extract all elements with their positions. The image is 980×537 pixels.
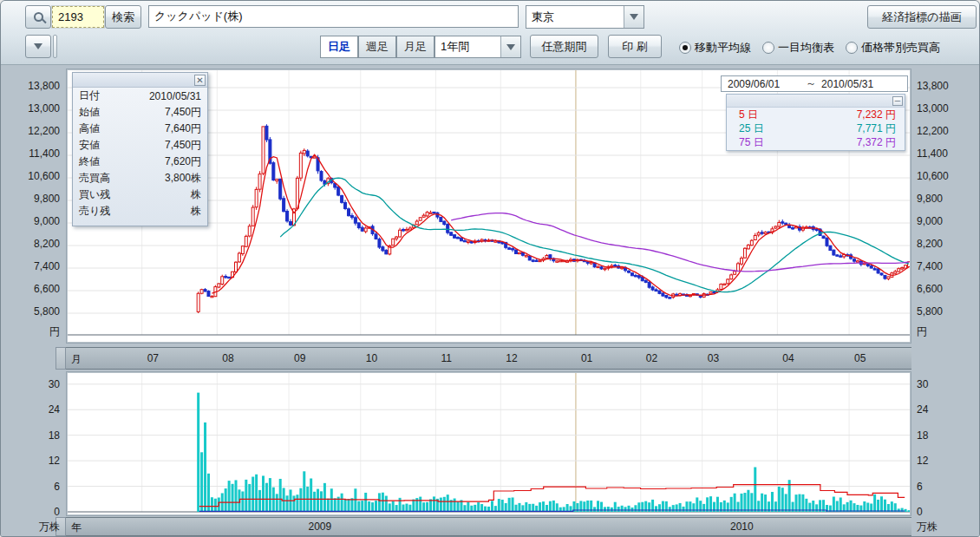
- volume-tick-label: 0: [1, 506, 60, 518]
- quote-info-row: 日付2010/05/31: [73, 88, 207, 104]
- year-tick-label: 2009: [308, 521, 331, 533]
- quote-info-label: 終値: [79, 154, 100, 169]
- radio-option-unselected[interactable]: 価格帯別売買高: [846, 40, 940, 56]
- date-range-start: 2009/06/01: [728, 78, 780, 90]
- toolbar: 検索 東京 経済指標の描画 日足 週足 月足 1年間 任意期間 印 刷 移動平均…: [1, 1, 980, 65]
- quote-info-row: 買い残株: [73, 187, 207, 203]
- price-tick-label: 12,200: [917, 125, 949, 137]
- volume-tick-label: 30: [917, 378, 928, 390]
- month-tick-label: 05: [854, 352, 866, 364]
- volume-tick-label: 0: [917, 506, 923, 518]
- quote-info-value: 7,450円: [165, 138, 201, 153]
- quote-info-label: 買い残: [79, 187, 110, 202]
- month-tick-label: 03: [708, 352, 719, 364]
- year-tick-label: 2010: [730, 521, 754, 533]
- radio-option-unselected[interactable]: 一目均衡表: [762, 40, 834, 56]
- price-tick-label: 5,800: [1, 305, 60, 318]
- volume-gridlines: [67, 372, 911, 512]
- quote-info-label: 日付: [79, 88, 100, 103]
- month-tick-label: 11: [441, 352, 451, 364]
- month-axis-title: 月: [71, 352, 82, 367]
- ma-legend-value: 7,232 円: [857, 108, 896, 122]
- stock-code-input[interactable]: [52, 6, 104, 28]
- price-tick-label: 8,200: [1, 238, 60, 250]
- quote-info-row: 安値7,450円: [73, 137, 207, 154]
- chevron-down-icon: [630, 14, 638, 20]
- period-select[interactable]: 1年間: [434, 36, 521, 58]
- volume-tick-label: 30: [1, 378, 60, 390]
- month-axis-strip: 月0708091011120102030405: [66, 347, 911, 370]
- quote-info-value: 3,800株: [165, 171, 201, 186]
- month-tick-label: 10: [366, 352, 377, 364]
- toolbar-divider: [53, 35, 57, 58]
- volume-bars: [197, 393, 910, 512]
- print-button[interactable]: 印 刷: [608, 35, 662, 58]
- radio-option-selected[interactable]: 移動平均線: [679, 40, 751, 56]
- ma-legend-rows: 5 日7,232 円25 日7,771 円75 日7,372 円: [727, 108, 905, 149]
- chart-region: 月0708091011120102030405 年20092010 13,800…: [1, 65, 980, 537]
- ma-legend-value: 7,771 円: [857, 121, 896, 136]
- market-select-dropdown-button[interactable]: [624, 6, 644, 28]
- stock-name-input[interactable]: [148, 5, 519, 28]
- candlestick-layer: [197, 124, 910, 313]
- tab-monthly[interactable]: 月足: [396, 36, 434, 58]
- quote-info-value: 株: [191, 187, 201, 202]
- volume-tick-label: 24: [917, 403, 928, 416]
- quote-info-row: 終値7,620円: [73, 154, 207, 170]
- radio-button-icon[interactable]: [762, 42, 774, 54]
- ma-legend-row: 75 日7,372 円: [727, 136, 905, 149]
- volume-chart[interactable]: [67, 372, 911, 515]
- indicator-radio-group: 移動平均線一目均衡表価格帯別売買高: [679, 36, 940, 59]
- tab-weekly[interactable]: 週足: [358, 36, 396, 58]
- price-tick-label: 8,200: [917, 238, 943, 250]
- minimize-icon[interactable]: ─: [892, 96, 903, 106]
- radio-label: 移動平均線: [695, 40, 751, 56]
- ma-legend-row: 5 日7,232 円: [727, 108, 905, 121]
- ma5-line: [212, 154, 909, 296]
- search-button[interactable]: 検索: [105, 5, 141, 29]
- panel-dropdown-button[interactable]: [25, 35, 51, 58]
- price-tick-label: 9,800: [1, 193, 60, 205]
- stock-chart-app: 検索 東京 経済指標の描画 日足 週足 月足 1年間 任意期間 印 刷 移動平均…: [0, 0, 980, 537]
- ma-legend-label: 75 日: [739, 135, 764, 150]
- price-tick-label: 9,000: [917, 215, 943, 227]
- market-select[interactable]: 東京: [526, 5, 644, 29]
- ma-legend-label: 5 日: [739, 108, 758, 122]
- volume-tick-label: 12: [1, 455, 60, 467]
- price-tick-label: 6,600: [1, 283, 60, 295]
- search-icon-button[interactable]: [25, 5, 51, 29]
- quote-info-value: 株: [191, 204, 201, 219]
- quote-info-label: 売買高: [79, 171, 110, 186]
- month-tick-label: 01: [581, 352, 592, 364]
- month-tick-label: 08: [222, 352, 233, 364]
- price-tick-label: 7,400: [917, 260, 943, 272]
- month-tick-label: 02: [646, 352, 657, 364]
- month-tick-label: 07: [147, 352, 159, 364]
- volume-chart-plot[interactable]: [66, 371, 911, 516]
- period-select-dropdown-button[interactable]: [500, 36, 520, 57]
- radio-button-icon[interactable]: [679, 42, 691, 54]
- price-axis-unit: 円: [1, 324, 60, 339]
- ma-legend-titlebar: ─: [727, 95, 905, 108]
- ma75-line: [451, 213, 909, 272]
- price-tick-label: 13,800: [1, 80, 60, 92]
- price-tick-label: 10,600: [917, 170, 949, 182]
- economic-indicator-button[interactable]: 経済指標の描画: [867, 5, 977, 29]
- price-tick-label: 9,800: [917, 193, 943, 205]
- quote-info-value: 7,640円: [165, 121, 201, 136]
- close-icon[interactable]: ✕: [194, 75, 206, 86]
- quote-info-label: 安値: [79, 138, 100, 153]
- custom-period-button[interactable]: 任意期間: [530, 35, 598, 58]
- ma-legend-panel: ─ 5 日7,232 円25 日7,771 円75 日7,372 円: [726, 94, 905, 151]
- radio-button-icon[interactable]: [846, 42, 858, 54]
- period-select-value: 1年間: [435, 39, 500, 55]
- volume-tick-label: 24: [1, 403, 60, 416]
- tab-daily[interactable]: 日足: [320, 36, 358, 58]
- date-range-end: 2010/05/31: [821, 78, 873, 90]
- price-tick-label: 10,600: [1, 170, 60, 182]
- quote-info-label: 始値: [79, 105, 100, 120]
- market-select-value: 東京: [526, 10, 624, 25]
- month-tick-label: 12: [506, 352, 517, 364]
- quote-info-row: 高値7,640円: [73, 121, 207, 137]
- quote-info-row: 売り残株: [73, 203, 207, 219]
